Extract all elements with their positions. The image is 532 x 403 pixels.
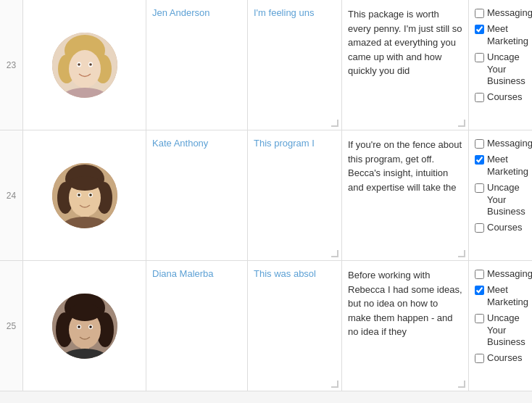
avatar-cell-25 — [23, 261, 146, 391]
checkbox-meet-25[interactable] — [475, 286, 484, 295]
person-name: Kate Anthony — [152, 138, 208, 149]
svg-point-32 — [89, 325, 92, 328]
avatar — [52, 294, 117, 359]
avatar-cell-23 — [23, 0, 146, 130]
checkbox-uncage-label: Uncage Your Business — [487, 312, 532, 349]
checkbox-uncage-item: Uncage Your Business — [475, 51, 532, 88]
checkbox-uncage-label: Uncage Your Business — [487, 51, 532, 88]
svg-point-8 — [89, 63, 92, 66]
row-number-25: 25 — [0, 261, 23, 391]
svg-point-7 — [78, 63, 80, 66]
avatar — [52, 33, 117, 98]
name-cell-23: Jen Anderson — [146, 0, 248, 130]
checkbox-courses-item: Courses — [475, 352, 532, 365]
checkbox-uncage-24[interactable] — [475, 183, 484, 193]
long-text-value: This package is worth every penny. I'm j… — [348, 9, 462, 76]
row-number-23: 23 — [0, 0, 23, 130]
short-text-cell-23[interactable]: I'm feeling uns — [248, 0, 342, 130]
checkbox-messaging-label: Messaging — [487, 138, 532, 150]
avatar-image-jen — [52, 33, 117, 98]
checkbox-uncage-23[interactable] — [475, 53, 484, 62]
table-row: 23 — [0, 0, 532, 130]
checkbox-messaging-25[interactable] — [475, 270, 484, 279]
long-text-cell-23[interactable]: This package is worth every penny. I'm j… — [342, 0, 469, 130]
long-text-cell-24[interactable]: If you're on the fence about this progra… — [342, 130, 469, 260]
checkbox-meet-label: Meet Marketing — [487, 23, 532, 48]
person-name: Jen Anderson — [152, 7, 210, 18]
short-text-value: I'm feeling uns — [254, 7, 314, 18]
checkboxes-cell-23: Messaging Meet Marketing Uncage Your Bus… — [469, 0, 532, 130]
checkbox-courses-label: Courses — [487, 91, 522, 104]
name-cell-25: Diana Malerba — [146, 261, 248, 391]
checkbox-meet-24[interactable] — [475, 155, 484, 165]
checkbox-uncage-item: Uncage Your Business — [475, 312, 532, 349]
long-text-value: Before working with Rebecca I had some i… — [348, 270, 462, 337]
checkbox-messaging-item: Messaging — [475, 138, 532, 150]
svg-point-31 — [78, 325, 80, 328]
checkbox-meet-item: Meet Marketing — [475, 154, 532, 178]
checkbox-messaging-label: Messaging — [487, 268, 532, 281]
checkbox-messaging-item: Messaging — [475, 7, 532, 20]
checkbox-uncage-item: Uncage Your Business — [475, 182, 532, 219]
avatar-image-diana — [52, 294, 117, 359]
checkbox-meet-item: Meet Marketing — [475, 284, 532, 309]
checkboxes-cell-24: Messaging Meet Marketing Uncage Your Bus… — [469, 130, 532, 260]
avatar-image-kate — [52, 163, 117, 228]
checkbox-courses-label: Courses — [487, 222, 522, 234]
avatar-cell-24 — [23, 130, 146, 260]
svg-point-19 — [78, 194, 80, 196]
avatar — [52, 163, 117, 228]
checkbox-messaging-23[interactable] — [475, 9, 484, 18]
main-table: 23 — [0, 0, 532, 391]
checkbox-meet-label: Meet Marketing — [487, 284, 532, 309]
row-number-24: 24 — [0, 130, 23, 260]
checkbox-courses-25[interactable] — [475, 354, 484, 363]
svg-point-4 — [69, 50, 101, 88]
short-text-value: This program I — [254, 138, 315, 149]
svg-point-20 — [89, 194, 92, 196]
checkbox-messaging-label: Messaging — [487, 7, 532, 20]
long-text-cell-25[interactable]: Before working with Rebecca I had some i… — [342, 261, 469, 391]
name-cell-24: Kate Anthony — [146, 130, 248, 260]
svg-point-28 — [69, 304, 101, 321]
checkbox-uncage-label: Uncage Your Business — [487, 182, 532, 219]
checkbox-courses-23[interactable] — [475, 93, 484, 102]
checkbox-uncage-25[interactable] — [475, 314, 484, 323]
checkbox-courses-24[interactable] — [475, 223, 484, 233]
checkbox-courses-label: Courses — [487, 352, 522, 365]
short-text-cell-24[interactable]: This program I — [248, 130, 342, 260]
long-text-value: If you're on the fence about this progra… — [348, 139, 462, 193]
checkbox-meet-23[interactable] — [475, 25, 484, 34]
checkbox-courses-item: Courses — [475, 222, 532, 234]
person-name: Diana Malerba — [152, 268, 214, 279]
checkboxes-cell-25: Messaging Meet Marketing Uncage Your Bus… — [469, 261, 532, 391]
checkbox-meet-item: Meet Marketing — [475, 23, 532, 48]
short-text-value: This was absol — [254, 268, 316, 279]
checkbox-messaging-item: Messaging — [475, 268, 532, 281]
table-row: 24 — [0, 130, 532, 261]
table-row: 25 — [0, 261, 532, 391]
checkbox-messaging-24[interactable] — [475, 139, 484, 149]
short-text-cell-25[interactable]: This was absol — [248, 261, 342, 391]
checkbox-meet-label: Meet Marketing — [487, 154, 532, 178]
svg-point-16 — [69, 176, 101, 191]
checkbox-courses-item: Courses — [475, 91, 532, 104]
